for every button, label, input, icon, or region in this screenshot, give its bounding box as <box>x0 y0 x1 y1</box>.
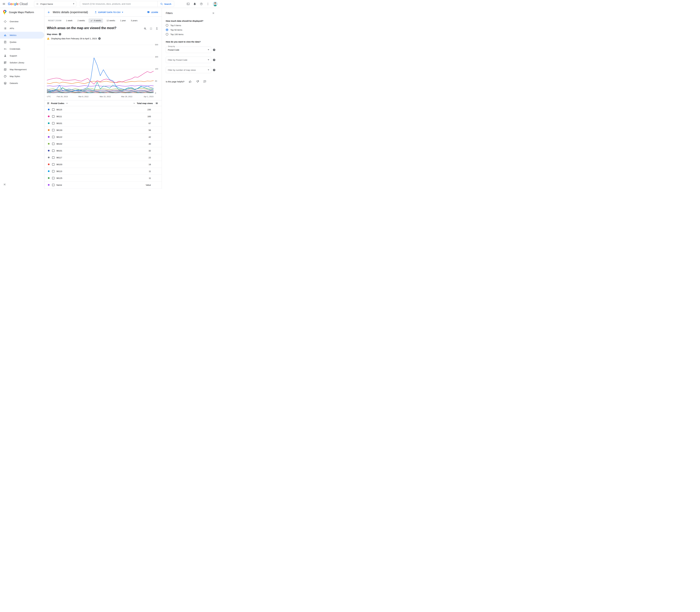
collapse-sidebar-button[interactable] <box>2 182 8 187</box>
sidebar-item-datasets[interactable]: Datasets <box>0 80 44 86</box>
sidebar-item-solution-library[interactable]: Solution Library <box>0 59 44 66</box>
table-row[interactable]: 9813356 <box>44 127 162 134</box>
table-row[interactable]: 9810316 <box>44 161 162 168</box>
map-views-value-cell: 67 <box>149 122 151 124</box>
radio-icon[interactable] <box>166 33 168 36</box>
postal-code-cell: 98111 <box>56 115 62 117</box>
avatar[interactable] <box>213 2 218 6</box>
row-checkbox[interactable] <box>52 129 54 131</box>
sidebar-item-support[interactable]: Support <box>0 52 44 59</box>
row-checkbox[interactable] <box>52 122 54 124</box>
radio-top-5-items[interactable]: Top 5 items <box>166 24 215 27</box>
reset-zoom-button[interactable]: RESET ZOOM <box>48 19 62 22</box>
sidebar-item-apis[interactable]: APIs <box>0 25 44 32</box>
table-row[interactable]: 9812511 <box>44 175 162 182</box>
row-checkbox[interactable] <box>52 170 54 172</box>
search-button[interactable]: Search <box>157 1 174 7</box>
back-button[interactable] <box>46 10 52 15</box>
send-feedback-button[interactable] <box>203 80 207 83</box>
fullscreen-icon <box>149 27 152 30</box>
learn-link[interactable]: LEARN <box>147 11 158 14</box>
column-settings-button[interactable] <box>156 102 158 105</box>
radio-icon[interactable] <box>166 29 168 31</box>
sidebar-item-map-styles[interactable]: Map Styles <box>0 73 44 80</box>
search-input[interactable] <box>80 1 157 7</box>
fullscreen-button[interactable] <box>149 26 153 31</box>
table-row[interactable]: 9811722 <box>44 154 162 161</box>
date-range-warning: Displaying data from February 26 to Apri… <box>47 37 159 40</box>
table-row[interactable]: 9811311 <box>44 168 162 175</box>
postal-code-filter-select[interactable]: Filter by Postal Code <box>166 57 211 63</box>
row-checkbox[interactable] <box>52 143 54 145</box>
export-csv-button[interactable]: EXPORT DATA TO CSV <box>94 11 123 14</box>
sidebar-header[interactable]: Google Maps Platform <box>0 8 44 17</box>
zoom-button[interactable] <box>143 26 147 31</box>
help-button[interactable] <box>199 1 204 7</box>
map-views-value-cell: 32 <box>149 150 151 152</box>
y-axis-tick-label: 0 <box>155 92 156 94</box>
y-axis-tick-label: 300 <box>155 56 158 58</box>
chart-question: Which areas on the map are viewed the mo… <box>47 26 116 30</box>
row-checkbox[interactable] <box>52 177 54 179</box>
row-checkbox[interactable] <box>52 136 54 138</box>
cloud-shell-button[interactable] <box>185 1 191 7</box>
postal-code-cell: 98117 <box>56 156 62 159</box>
table-row[interactable]: 9810240 <box>44 140 162 147</box>
project-selector[interactable]: Project Name <box>34 1 76 7</box>
sidebar-item-metrics[interactable]: Metrics <box>0 32 44 39</box>
row-checkbox[interactable] <box>52 163 54 166</box>
row-checkbox[interactable] <box>52 108 54 111</box>
help-icon[interactable]: ? <box>59 33 61 36</box>
sidebar-item-quotas[interactable]: Quotas <box>0 39 44 45</box>
table-row[interactable]: 98111165 <box>44 113 162 120</box>
table-row[interactable]: 9810132 <box>44 147 162 154</box>
radio-top-50-items[interactable]: Top 50 items <box>166 29 215 31</box>
sidebar-item-map-management[interactable]: Map Management <box>0 66 44 73</box>
datasets-icon <box>4 82 7 85</box>
google-cloud-logo[interactable]: Google Cloud <box>8 2 28 6</box>
thumbs-up-button[interactable] <box>188 80 192 83</box>
help-icon[interactable]: ? <box>98 37 101 40</box>
chart-export-button[interactable] <box>154 26 159 31</box>
radio-icon[interactable] <box>166 24 168 27</box>
menu-button[interactable] <box>1 1 7 7</box>
vertical-dots-icon <box>206 2 210 5</box>
table-row[interactable]: 98115235 <box>44 106 162 113</box>
help-icon[interactable]: ? <box>213 69 215 71</box>
series-color-dot <box>48 143 50 144</box>
time-range-3-years[interactable]: 3 years <box>129 18 139 23</box>
more-options-button[interactable] <box>205 1 211 7</box>
time-range-4-weeks[interactable]: 4 weeks <box>89 18 103 23</box>
time-range-12-weeks[interactable]: 12 weeks <box>105 18 117 23</box>
sort-column-header[interactable]: Total map views <box>133 102 153 105</box>
map-views-value-cell: 11 <box>149 170 151 172</box>
map-views-filter-select[interactable]: Filter by number of map views <box>166 67 211 73</box>
graduation-cap-icon <box>147 11 150 14</box>
row-checkbox[interactable] <box>52 115 54 117</box>
row-checkbox[interactable] <box>52 184 54 186</box>
map-views-chart[interactable]: 500300150500 <box>47 44 159 94</box>
sidebar-item-overview[interactable]: Overview <box>0 18 44 25</box>
row-checkbox[interactable] <box>52 150 54 152</box>
row-checkbox[interactable] <box>52 156 54 159</box>
time-range-2-weeks[interactable]: 2 weeks <box>76 18 86 23</box>
chevron-down-icon <box>208 50 209 50</box>
group-column-header[interactable]: Postal Codes <box>47 102 68 105</box>
table-row[interactable]: NameValue <box>44 182 162 189</box>
thumbs-down-button[interactable] <box>196 80 200 83</box>
help-icon[interactable]: ? <box>213 49 215 51</box>
notifications-button[interactable] <box>192 1 198 7</box>
time-range-1-year[interactable]: 1 year <box>119 18 127 23</box>
help-icon[interactable]: ? <box>213 59 215 61</box>
radio-top-100-items[interactable]: Top 100 items <box>166 33 215 36</box>
collapse-panel-icon <box>3 183 6 186</box>
series-color-dot <box>48 164 50 165</box>
zoom-in-icon <box>144 27 147 30</box>
group-by-select[interactable]: Group by Postal Code <box>166 46 211 53</box>
table-row[interactable]: 9812242 <box>44 134 162 140</box>
time-range-1-week[interactable]: 1 week <box>65 18 74 23</box>
close-filters-button[interactable] <box>211 11 215 15</box>
time-range-group: 1 week2 weeks4 weeks12 weeks1 year3 year… <box>65 18 139 23</box>
sidebar-item-credentials[interactable]: Credentials <box>0 45 44 52</box>
table-row[interactable]: 9810167 <box>44 120 162 127</box>
